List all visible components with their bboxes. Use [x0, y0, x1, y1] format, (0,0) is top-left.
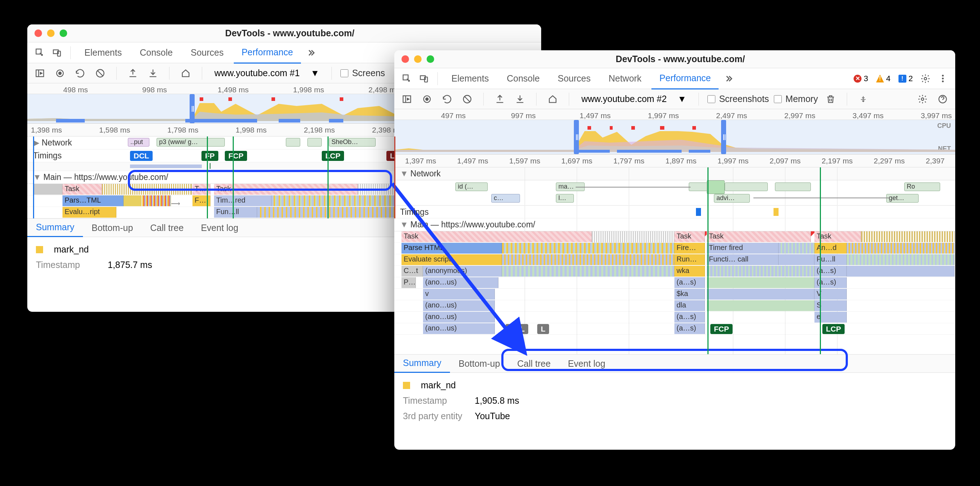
- tab-console[interactable]: Console: [499, 68, 548, 89]
- zoom-icon[interactable]: [426, 55, 434, 63]
- devtools-window-2: DevTools - www.youtube.com/ Elements Con…: [394, 50, 955, 450]
- tab-console[interactable]: Console: [132, 42, 181, 63]
- minimize-icon[interactable]: [414, 55, 422, 63]
- color-swatch: [403, 382, 410, 389]
- device-icon[interactable]: [49, 45, 65, 61]
- close-icon[interactable]: [401, 55, 409, 63]
- tab-eventlog[interactable]: Event log: [559, 355, 614, 373]
- download-icon[interactable]: [512, 92, 528, 107]
- recording-name: www.youtube.com #2: [581, 94, 667, 104]
- recording-selector[interactable]: www.youtube.com #1▼: [211, 67, 323, 80]
- warning-count[interactable]: !4: [873, 73, 894, 84]
- shortcuts-icon[interactable]: [856, 92, 871, 107]
- title-bar: DevTools - www.youtube.com/: [27, 24, 541, 42]
- tab-network[interactable]: Network: [601, 68, 650, 89]
- color-swatch: [36, 246, 43, 253]
- fcp-marker[interactable]: FCP: [225, 151, 247, 161]
- traffic-lights: [401, 55, 434, 63]
- third-party-value: YouTube: [475, 411, 510, 421]
- issue-count[interactable]: !2: [896, 73, 916, 84]
- collapse-icon[interactable]: ▼: [400, 220, 408, 229]
- tracks-area[interactable]: ▼Network id (… c… ma… l… advi… Ro get… T…: [394, 167, 955, 354]
- dcl-marker[interactable]: DCL: [130, 151, 153, 161]
- trash-icon[interactable]: [823, 92, 838, 107]
- chevron-down-icon: ▼: [311, 68, 320, 78]
- fcp-marker[interactable]: FCP: [710, 324, 733, 334]
- panel-settings-icon[interactable]: [915, 92, 930, 107]
- tab-performance[interactable]: Performance: [234, 42, 301, 64]
- home-icon[interactable]: [545, 92, 560, 107]
- clear-icon[interactable]: [93, 66, 108, 81]
- timestamp-value: 1,875.7 ms: [108, 260, 152, 270]
- tab-bottomup[interactable]: Bottom-up: [83, 219, 142, 237]
- home-icon[interactable]: [178, 66, 193, 81]
- sidebar-toggle-icon[interactable]: [32, 66, 48, 81]
- tab-eventlog[interactable]: Event log: [192, 219, 247, 237]
- window-title: DevTools - www.youtube.com/: [434, 54, 926, 64]
- inspect-icon[interactable]: [32, 45, 48, 61]
- more-tabs-icon[interactable]: [721, 71, 736, 86]
- tab-performance[interactable]: Performance: [651, 68, 719, 89]
- svg-point-13: [425, 97, 428, 100]
- upload-icon[interactable]: [492, 92, 508, 107]
- title-bar: DevTools - www.youtube.com/: [394, 50, 955, 68]
- mark-name: mark_nd: [421, 380, 456, 390]
- help-icon[interactable]: [935, 92, 950, 107]
- menu-icon[interactable]: [935, 71, 950, 86]
- overview-ruler: 497 ms 997 ms 1,497 ms 1,997 ms 2,497 ms…: [394, 109, 955, 120]
- tab-bottomup[interactable]: Bottom-up: [450, 355, 509, 373]
- cpu-overview[interactable]: CPU NET: [394, 120, 955, 155]
- memory-checkbox[interactable]: Memory: [774, 94, 818, 104]
- tab-elements[interactable]: Elements: [76, 42, 130, 63]
- recording-selector[interactable]: www.youtube.com #2▼: [578, 92, 690, 105]
- performance-toolbar: www.youtube.com #2▼ Screenshots Memory: [394, 89, 955, 109]
- tab-calltree[interactable]: Call tree: [142, 219, 192, 237]
- network-lane[interactable]: id (… c… ma… l… advi… Ro get…: [394, 180, 955, 206]
- upload-icon[interactable]: [125, 66, 140, 81]
- l-marker[interactable]: L: [537, 324, 549, 334]
- collapse-icon[interactable]: ▼: [33, 172, 41, 182]
- record-icon[interactable]: [420, 92, 434, 107]
- tab-sources[interactable]: Sources: [550, 68, 599, 89]
- tab-calltree[interactable]: Call tree: [509, 355, 559, 373]
- close-icon[interactable]: [35, 29, 42, 37]
- screenshots-checkbox[interactable]: Screens: [340, 68, 385, 78]
- minimize-icon[interactable]: [47, 29, 54, 37]
- more-tabs-icon[interactable]: [303, 45, 318, 61]
- record-icon[interactable]: [52, 66, 67, 81]
- dcl-marker[interactable]: DCL: [506, 324, 528, 334]
- tab-summary[interactable]: Summary: [394, 354, 450, 373]
- window-title: DevTools - www.youtube.com/: [67, 28, 512, 38]
- overview-handle-right[interactable]: [721, 120, 726, 154]
- overview-handle-left[interactable]: [574, 120, 579, 154]
- reload-icon[interactable]: [73, 66, 88, 81]
- settings-icon[interactable]: [918, 71, 933, 86]
- svg-point-10: [924, 77, 927, 80]
- tab-summary[interactable]: Summary: [27, 218, 83, 237]
- overview-handle-left[interactable]: [189, 94, 195, 123]
- bottom-tabs: Summary Bottom-up Call tree Event log: [394, 354, 955, 373]
- main-toolbar: Elements Console Sources Network Perform…: [394, 68, 955, 89]
- screenshots-checkbox[interactable]: Screenshots: [708, 94, 769, 104]
- fp-marker[interactable]: FP: [202, 151, 218, 161]
- device-icon[interactable]: [417, 71, 432, 86]
- lcp-marker[interactable]: LCP: [822, 324, 845, 334]
- reload-icon[interactable]: [439, 92, 455, 107]
- sidebar-toggle-icon[interactable]: [399, 92, 414, 107]
- error-count[interactable]: ✕3: [851, 73, 871, 84]
- collapse-icon[interactable]: ▼: [400, 169, 408, 178]
- tab-elements[interactable]: Elements: [444, 68, 496, 89]
- download-icon[interactable]: [145, 66, 161, 81]
- inspect-icon[interactable]: [399, 71, 414, 86]
- svg-point-5: [58, 72, 61, 75]
- recording-name: www.youtube.com #1: [215, 68, 300, 78]
- clear-icon[interactable]: [460, 92, 475, 107]
- tab-sources[interactable]: Sources: [183, 42, 232, 63]
- main-track-header: ▼Main — https://www.youtube.com/: [394, 218, 955, 231]
- network-track-header: ▼Network: [394, 167, 955, 180]
- traffic-lights: [35, 29, 67, 37]
- summary-panel: mark_nd Timestamp1,905.8 ms 3rd party en…: [394, 373, 955, 433]
- svg-point-15: [921, 98, 924, 100]
- zoom-icon[interactable]: [60, 29, 67, 37]
- lcp-marker[interactable]: LCP: [322, 151, 344, 161]
